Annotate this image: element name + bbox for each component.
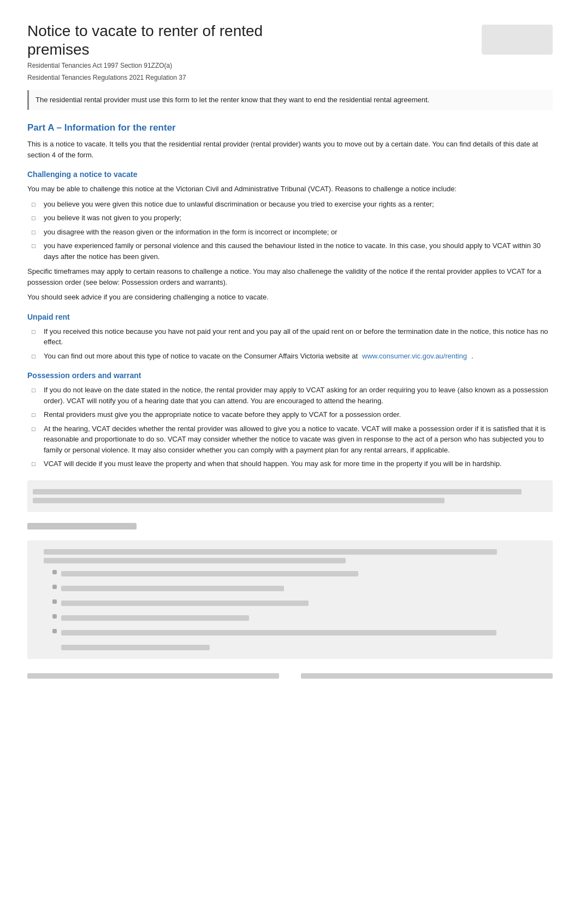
list-item: □ you have experienced family or persona… [27, 240, 553, 262]
page-title: Notice to vacate to renter of rented pre… [27, 22, 263, 58]
redacted-footer [27, 670, 553, 682]
logo [482, 25, 553, 55]
bullet-icon: □ [32, 460, 39, 469]
bullet-icon: □ [32, 352, 39, 362]
law-line-1: Residential Tenancies Act 1997 Section 9… [27, 61, 263, 70]
list-item: □ you believe you were given this notice… [27, 199, 553, 210]
list-item: □ Rental providers must give you the app… [27, 409, 553, 420]
consumer-affairs-link[interactable]: www.consumer.vic.gov.au/renting [362, 351, 467, 362]
list-item: □ You can find out more about this type … [27, 351, 553, 362]
redacted-block-2 [27, 540, 553, 659]
bullet-icon: □ [32, 242, 39, 262]
redacted-block-1 [27, 480, 553, 512]
challenging-intro: You may be able to challenge this notice… [27, 184, 553, 195]
notice-box: The residential rental provider must use… [27, 90, 553, 110]
list-item: □ At the hearing, VCAT decides whether t… [27, 423, 553, 456]
redacted-sub-heading-1 [27, 523, 137, 529]
bullet-icon: □ [32, 410, 39, 420]
possession-heading: Possession orders and warrant [27, 370, 553, 381]
list-item: □ VCAT will decide if you must leave the… [27, 458, 553, 469]
bullet-icon: □ [32, 214, 39, 223]
bullet-icon: □ [32, 425, 39, 456]
challenging-bullets: □ you believe you were given this notice… [27, 199, 553, 262]
part-a-heading: Part A – Information for the renter [27, 121, 553, 135]
bullet-icon: □ [32, 228, 39, 238]
challenging-heading: Challenging a notice to vacate [27, 169, 553, 180]
bullet-icon: □ [32, 200, 39, 210]
list-item: □ If you received this notice because yo… [27, 326, 553, 348]
unpaid-rent-bullets: □ If you received this notice because yo… [27, 326, 553, 362]
title-block: Notice to vacate to renter of rented pre… [27, 22, 263, 83]
possession-bullets: □ If you do not leave on the date stated… [27, 385, 553, 469]
bullet-icon: □ [32, 327, 39, 348]
challenging-footnote1: Specific timeframes may apply to certain… [27, 266, 553, 287]
bullet-icon: □ [32, 386, 39, 406]
law-line-2: Residential Tenancies Regulations 2021 R… [27, 73, 263, 83]
list-item: □ you disagree with the reason given or … [27, 227, 553, 238]
list-item: □ If you do not leave on the date stated… [27, 385, 553, 406]
part-a-intro: This is a notice to vacate. It tells you… [27, 139, 553, 160]
list-item: □ you believe it was not given to you pr… [27, 213, 553, 223]
page-header: Notice to vacate to renter of rented pre… [27, 22, 553, 83]
challenging-footnote2: You should seek advice if you are consid… [27, 292, 553, 303]
unpaid-rent-heading: Unpaid rent [27, 311, 553, 323]
